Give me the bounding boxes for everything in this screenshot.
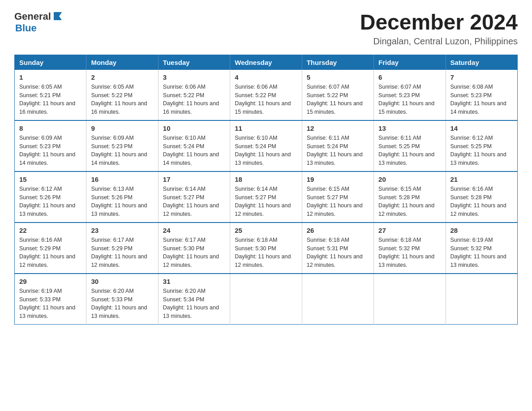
day-info: Sunrise: 6:05 AMSunset: 5:21 PMDaylight:… bbox=[19, 83, 82, 116]
day-info: Sunrise: 6:20 AMSunset: 5:33 PMDaylight:… bbox=[91, 287, 153, 321]
calendar-cell: 28Sunrise: 6:19 AMSunset: 5:32 PMDayligh… bbox=[446, 223, 517, 274]
day-info: Sunrise: 6:18 AMSunset: 5:31 PMDaylight:… bbox=[307, 236, 369, 270]
day-info: Sunrise: 6:16 AMSunset: 5:29 PMDaylight:… bbox=[19, 236, 82, 270]
calendar-cell: 9Sunrise: 6:09 AMSunset: 5:23 PMDaylight… bbox=[86, 120, 158, 171]
day-number: 15 bbox=[19, 176, 82, 183]
calendar-cell: 20Sunrise: 6:15 AMSunset: 5:28 PMDayligh… bbox=[374, 171, 446, 223]
logo-blue-text: Blue bbox=[15, 22, 37, 34]
day-number: 19 bbox=[307, 176, 369, 183]
day-info: Sunrise: 6:18 AMSunset: 5:30 PMDaylight:… bbox=[235, 236, 297, 270]
day-info: Sunrise: 6:05 AMSunset: 5:22 PMDaylight:… bbox=[91, 83, 153, 116]
calendar-cell: 10Sunrise: 6:10 AMSunset: 5:24 PMDayligh… bbox=[158, 120, 230, 171]
calendar-cell: 30Sunrise: 6:20 AMSunset: 5:33 PMDayligh… bbox=[86, 274, 158, 325]
day-number: 7 bbox=[450, 73, 513, 81]
calendar-cell bbox=[302, 274, 373, 325]
calendar-cell: 7Sunrise: 6:08 AMSunset: 5:23 PMDaylight… bbox=[446, 70, 517, 120]
day-number: 23 bbox=[91, 227, 153, 234]
calendar-cell bbox=[446, 274, 517, 325]
weekday-header-thursday: Thursday bbox=[302, 55, 373, 70]
day-number: 14 bbox=[450, 124, 513, 132]
day-number: 10 bbox=[163, 124, 225, 132]
day-number: 17 bbox=[163, 176, 225, 183]
calendar-cell: 25Sunrise: 6:18 AMSunset: 5:30 PMDayligh… bbox=[230, 223, 302, 274]
day-info: Sunrise: 6:06 AMSunset: 5:22 PMDaylight:… bbox=[163, 83, 225, 116]
day-info: Sunrise: 6:19 AMSunset: 5:32 PMDaylight:… bbox=[450, 236, 513, 270]
day-number: 16 bbox=[91, 176, 153, 183]
calendar-cell: 18Sunrise: 6:14 AMSunset: 5:27 PMDayligh… bbox=[230, 171, 302, 223]
calendar-cell: 12Sunrise: 6:11 AMSunset: 5:24 PMDayligh… bbox=[302, 120, 373, 171]
day-number: 6 bbox=[378, 73, 441, 81]
month-title: December 2024 bbox=[360, 11, 518, 34]
weekday-header-monday: Monday bbox=[86, 55, 158, 70]
calendar-cell: 27Sunrise: 6:18 AMSunset: 5:32 PMDayligh… bbox=[374, 223, 446, 274]
page-header: General Blue December 2024 Dingalan, Cen… bbox=[14, 11, 518, 47]
day-number: 18 bbox=[235, 176, 297, 183]
day-info: Sunrise: 6:12 AMSunset: 5:25 PMDaylight:… bbox=[450, 134, 513, 167]
day-number: 3 bbox=[163, 73, 225, 81]
calendar-table: SundayMondayTuesdayWednesdayThursdayFrid… bbox=[14, 55, 518, 325]
day-number: 4 bbox=[235, 73, 297, 81]
day-number: 12 bbox=[307, 124, 369, 132]
day-info: Sunrise: 6:09 AMSunset: 5:23 PMDaylight:… bbox=[91, 134, 153, 167]
day-number: 5 bbox=[307, 73, 369, 81]
day-number: 21 bbox=[450, 176, 513, 183]
calendar-cell: 13Sunrise: 6:11 AMSunset: 5:25 PMDayligh… bbox=[374, 120, 446, 171]
day-number: 11 bbox=[235, 124, 297, 132]
day-number: 24 bbox=[163, 227, 225, 234]
weekday-header-row: SundayMondayTuesdayWednesdayThursdayFrid… bbox=[15, 55, 518, 70]
day-info: Sunrise: 6:11 AMSunset: 5:24 PMDaylight:… bbox=[307, 134, 369, 167]
calendar-cell: 23Sunrise: 6:17 AMSunset: 5:29 PMDayligh… bbox=[86, 223, 158, 274]
day-number: 25 bbox=[235, 227, 297, 234]
day-number: 31 bbox=[163, 278, 225, 285]
title-area: December 2024 Dingalan, Central Luzon, P… bbox=[360, 11, 518, 47]
calendar-cell: 1Sunrise: 6:05 AMSunset: 5:21 PMDaylight… bbox=[15, 70, 86, 120]
calendar-cell: 5Sunrise: 6:07 AMSunset: 5:22 PMDaylight… bbox=[302, 70, 373, 120]
calendar-cell: 6Sunrise: 6:07 AMSunset: 5:23 PMDaylight… bbox=[374, 70, 446, 120]
calendar-cell: 17Sunrise: 6:14 AMSunset: 5:27 PMDayligh… bbox=[158, 171, 230, 223]
weekday-header-sunday: Sunday bbox=[15, 55, 86, 70]
day-info: Sunrise: 6:15 AMSunset: 5:27 PMDaylight:… bbox=[307, 185, 369, 218]
day-info: Sunrise: 6:16 AMSunset: 5:28 PMDaylight:… bbox=[450, 185, 513, 218]
calendar-week-row: 8Sunrise: 6:09 AMSunset: 5:23 PMDaylight… bbox=[15, 120, 518, 171]
day-info: Sunrise: 6:15 AMSunset: 5:28 PMDaylight:… bbox=[378, 185, 441, 218]
day-number: 30 bbox=[91, 278, 153, 285]
calendar-week-row: 29Sunrise: 6:19 AMSunset: 5:33 PMDayligh… bbox=[15, 274, 518, 325]
calendar-cell: 11Sunrise: 6:10 AMSunset: 5:24 PMDayligh… bbox=[230, 120, 302, 171]
day-info: Sunrise: 6:17 AMSunset: 5:30 PMDaylight:… bbox=[163, 236, 225, 270]
calendar-cell: 16Sunrise: 6:13 AMSunset: 5:26 PMDayligh… bbox=[86, 171, 158, 223]
weekday-header-friday: Friday bbox=[374, 55, 446, 70]
weekday-header-tuesday: Tuesday bbox=[158, 55, 230, 70]
calendar-week-row: 22Sunrise: 6:16 AMSunset: 5:29 PMDayligh… bbox=[15, 223, 518, 274]
calendar-cell: 14Sunrise: 6:12 AMSunset: 5:25 PMDayligh… bbox=[446, 120, 517, 171]
calendar-cell: 24Sunrise: 6:17 AMSunset: 5:30 PMDayligh… bbox=[158, 223, 230, 274]
weekday-header-wednesday: Wednesday bbox=[230, 55, 302, 70]
day-info: Sunrise: 6:20 AMSunset: 5:34 PMDaylight:… bbox=[163, 287, 225, 321]
calendar-cell: 15Sunrise: 6:12 AMSunset: 5:26 PMDayligh… bbox=[15, 171, 86, 223]
day-info: Sunrise: 6:07 AMSunset: 5:23 PMDaylight:… bbox=[378, 83, 441, 116]
calendar-cell: 26Sunrise: 6:18 AMSunset: 5:31 PMDayligh… bbox=[302, 223, 373, 274]
day-info: Sunrise: 6:13 AMSunset: 5:26 PMDaylight:… bbox=[91, 185, 153, 218]
day-number: 1 bbox=[19, 73, 82, 81]
calendar-cell: 22Sunrise: 6:16 AMSunset: 5:29 PMDayligh… bbox=[15, 223, 86, 274]
logo-flag-icon bbox=[52, 10, 64, 22]
calendar-cell: 29Sunrise: 6:19 AMSunset: 5:33 PMDayligh… bbox=[15, 274, 86, 325]
weekday-header-saturday: Saturday bbox=[446, 55, 517, 70]
day-info: Sunrise: 6:11 AMSunset: 5:25 PMDaylight:… bbox=[378, 134, 441, 167]
calendar-week-row: 15Sunrise: 6:12 AMSunset: 5:26 PMDayligh… bbox=[15, 171, 518, 223]
day-number: 28 bbox=[450, 227, 513, 234]
day-number: 8 bbox=[19, 124, 82, 132]
calendar-cell: 3Sunrise: 6:06 AMSunset: 5:22 PMDaylight… bbox=[158, 70, 230, 120]
calendar-cell bbox=[374, 274, 446, 325]
day-info: Sunrise: 6:10 AMSunset: 5:24 PMDaylight:… bbox=[235, 134, 297, 167]
day-info: Sunrise: 6:07 AMSunset: 5:22 PMDaylight:… bbox=[307, 83, 369, 116]
day-number: 9 bbox=[91, 124, 153, 132]
calendar-cell: 19Sunrise: 6:15 AMSunset: 5:27 PMDayligh… bbox=[302, 171, 373, 223]
day-info: Sunrise: 6:09 AMSunset: 5:23 PMDaylight:… bbox=[19, 134, 82, 167]
day-number: 22 bbox=[19, 227, 82, 234]
calendar-cell: 31Sunrise: 6:20 AMSunset: 5:34 PMDayligh… bbox=[158, 274, 230, 325]
day-info: Sunrise: 6:10 AMSunset: 5:24 PMDaylight:… bbox=[163, 134, 225, 167]
day-info: Sunrise: 6:19 AMSunset: 5:33 PMDaylight:… bbox=[19, 287, 82, 321]
day-number: 13 bbox=[378, 124, 441, 132]
calendar-cell: 2Sunrise: 6:05 AMSunset: 5:22 PMDaylight… bbox=[86, 70, 158, 120]
day-info: Sunrise: 6:18 AMSunset: 5:32 PMDaylight:… bbox=[378, 236, 441, 270]
